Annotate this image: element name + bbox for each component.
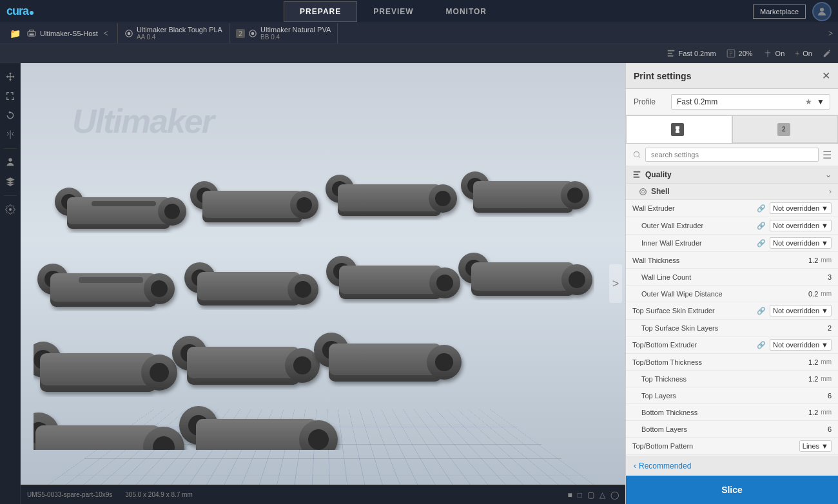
top-bottom-thickness-value[interactable]: 1.2 [808, 358, 818, 366]
extruder1-icon [671, 123, 684, 136]
viewport-arrow[interactable]: > [609, 264, 622, 303]
outer-wall-wipe-label: Outer Wall Wipe Distance [641, 290, 774, 298]
wall-line-count-value[interactable]: 3 [828, 273, 832, 281]
outer-wall-extruder-label: Outer Wall Extruder [641, 222, 757, 229]
tab-nav-arrow[interactable]: > [826, 29, 838, 38]
svg-rect-96 [634, 177, 639, 178]
svg-point-12 [9, 208, 12, 211]
bottom-layers-value[interactable]: 6 [828, 425, 832, 433]
svg-point-68 [150, 363, 169, 382]
quality-section-header[interactable]: Quality ⌄ [626, 166, 838, 184]
tabs-bar: 📁 Ultimaker-S5-Host < Ultimaker Black To… [0, 23, 838, 44]
svg-rect-90 [196, 419, 317, 450]
link-icon-top-surface[interactable]: 🔗 [757, 307, 766, 315]
rec-chevron-icon: ‹ [634, 461, 636, 470]
tab-preview[interactable]: PREVIEW [357, 1, 429, 22]
outer-wall-wipe-value[interactable]: 0.2 [808, 290, 818, 298]
extruder-tab-1[interactable] [626, 115, 732, 143]
svg-rect-35 [473, 181, 573, 208]
layers-tool-btn[interactable] [2, 173, 19, 190]
settings-tool-btn[interactable] [2, 201, 19, 218]
search-icon [632, 150, 641, 159]
printer-bar: Fast 0.2mm 20% On + On [0, 44, 838, 63]
zoom-icon [726, 49, 736, 58]
recommended-button[interactable]: ‹ Recommended [626, 456, 838, 476]
dropdown-chevron: ▼ [821, 307, 828, 315]
bottom-tool-3[interactable]: ▢ [587, 490, 594, 499]
bottom-object-name: UMS5-0033-spare-part-10x9s [27, 491, 112, 498]
extruder-tab-2[interactable]: 2 [732, 115, 839, 143]
top-thickness-value[interactable]: 1.2 [808, 375, 818, 383]
svg-point-97 [640, 188, 647, 195]
svg-rect-60 [471, 262, 574, 291]
shell-subsection-header[interactable]: Shell › [626, 184, 838, 200]
setting-row-inner-wall-extruder: Inner Wall Extruder 🔗 Not overridden ▼ [626, 235, 838, 252]
link-icon-outer-wall[interactable]: 🔗 [757, 222, 766, 230]
scale-tool-btn[interactable] [2, 88, 19, 104]
left-toolbar [0, 63, 21, 504]
outer-wall-extruder-dropdown[interactable]: Not overridden ▼ [770, 220, 832, 231]
profile-icon [667, 49, 676, 58]
link-icon-inner-wall[interactable]: 🔗 [757, 239, 766, 247]
bottom-dimensions: 305.0 x 204.9 x 8.7 mm [125, 491, 193, 498]
settings-menu-icon[interactable]: ☰ [823, 149, 832, 161]
avatar[interactable] [812, 2, 832, 21]
settings-content[interactable]: Quality ⌄ Shell › Wall Extruder 🔗 Not ov… [626, 166, 838, 456]
svg-point-74 [293, 356, 311, 374]
top-bottom-extruder-dropdown[interactable]: Not overridden ▼ [770, 339, 832, 351]
material1-tab-group: Ultimaker Black Tough PLA AA 0.4 [118, 23, 229, 43]
setting-row-bottom-layers: Bottom Layers 6 [626, 421, 838, 438]
adhesion-setting: + On [795, 49, 812, 58]
zoom-value: 20% [739, 50, 753, 57]
tab-prepare[interactable]: PREPARE [284, 1, 357, 22]
profile-label: Profile [634, 97, 666, 106]
right-panel: Print settings ✕ Profile Fast 0.2mm ★ ▼ [625, 63, 838, 504]
bottom-tool-5[interactable]: ◯ [610, 490, 619, 499]
bottom-tool-2[interactable]: □ [578, 490, 582, 499]
top-layers-value[interactable]: 6 [828, 392, 832, 400]
zoom-setting: 20% [726, 49, 753, 58]
setting-row-top-layers: Top Layers 6 [626, 387, 838, 404]
link-icon-wall-extruder[interactable]: 🔗 [757, 204, 766, 213]
toolbar-sep-2 [4, 195, 17, 196]
viewport[interactable]: Ultimaker [21, 63, 625, 504]
dropdown-chevron: ▼ [821, 239, 828, 247]
bottom-thickness-value[interactable]: 1.2 [808, 409, 818, 416]
material2-tab-group: 2 Ultimaker Natural PVA BB 0.4 [229, 23, 338, 43]
profile-dropdown-icon: ▼ [817, 97, 824, 106]
wall-extruder-dropdown[interactable]: Not overridden ▼ [770, 202, 832, 214]
slice-button[interactable]: Slice [626, 476, 838, 504]
mirror-tool-btn[interactable] [2, 126, 19, 143]
dropdown-chevron: ▼ [821, 341, 828, 349]
adhesion-value: On [803, 50, 812, 57]
bottom-tool-4[interactable]: △ [599, 490, 605, 499]
top-surface-layers-value[interactable]: 2 [828, 324, 832, 332]
edit-icon[interactable] [823, 49, 832, 58]
print-settings-header: Print settings ✕ [626, 63, 838, 89]
rotate-tool-btn[interactable] [2, 107, 19, 124]
svg-rect-95 [634, 174, 639, 175]
printer-tab-nav[interactable]: < [101, 29, 111, 38]
svg-point-4 [128, 32, 131, 35]
link-icon-top-bottom[interactable]: 🔗 [757, 341, 766, 349]
top-bottom-pattern-dropdown[interactable]: Lines ▼ [799, 440, 832, 452]
profile-select[interactable]: Fast 0.2mm ★ ▼ [671, 94, 830, 110]
bottom-tool-1[interactable]: ■ [568, 490, 572, 499]
search-input[interactable] [645, 148, 819, 162]
svg-point-43 [151, 280, 168, 297]
person-tool-btn[interactable] [2, 154, 19, 171]
move-tool-btn[interactable] [2, 68, 19, 85]
wall-extruder-label: Wall Extruder [632, 204, 757, 212]
marketplace-button[interactable]: Marketplace [753, 5, 806, 19]
wall-thickness-value[interactable]: 1.2 [808, 257, 818, 264]
top-surface-extruder-dropdown[interactable]: Not overridden ▼ [770, 305, 832, 316]
close-button[interactable]: ✕ [822, 70, 830, 82]
svg-rect-94 [634, 171, 641, 173]
inner-wall-extruder-dropdown[interactable]: Not overridden ▼ [770, 237, 832, 249]
tab-monitor[interactable]: MONITOR [430, 1, 503, 22]
svg-point-80 [435, 353, 453, 371]
svg-rect-23 [202, 191, 302, 218]
shell-section-title: Shell [651, 187, 825, 196]
material2-tab-sublabel: BB 0.4 [260, 34, 331, 41]
topbar-left: cura [6, 5, 34, 18]
